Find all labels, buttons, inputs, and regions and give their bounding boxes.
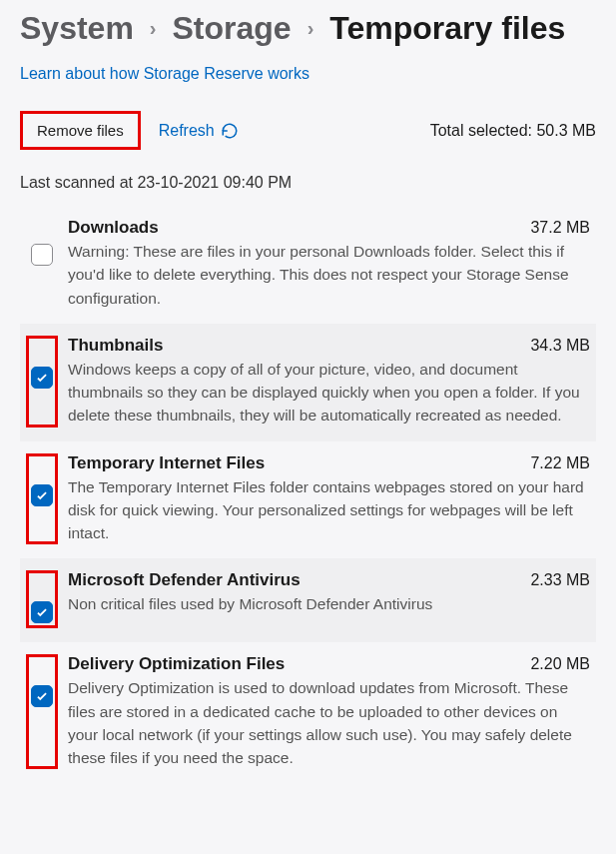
item-size: 37.2 MB: [530, 219, 590, 237]
check-icon: [35, 371, 49, 385]
check-icon: [35, 488, 49, 502]
list-item: Downloads 37.2 MB Warning: These are fil…: [20, 206, 596, 324]
refresh-icon: [221, 122, 239, 140]
remove-files-button[interactable]: Remove files: [20, 111, 141, 150]
total-selected-label: Total selected: 50.3 MB: [430, 122, 596, 140]
chevron-right-icon: ›: [308, 17, 314, 40]
breadcrumb-system[interactable]: System: [20, 10, 134, 47]
breadcrumb-storage[interactable]: Storage: [173, 10, 292, 47]
item-title: Delivery Optimization Files: [68, 654, 285, 674]
item-title: Thumbnails: [68, 336, 163, 356]
list-item: Microsoft Defender Antivirus 2.33 MB Non…: [20, 558, 596, 642]
item-size: 7.22 MB: [530, 454, 590, 472]
check-icon: [35, 605, 49, 619]
item-size: 34.3 MB: [530, 337, 590, 355]
last-scanned-label: Last scanned at 23-10-2021 09:40 PM: [20, 174, 596, 192]
item-desc: The Temporary Internet Files folder cont…: [68, 475, 590, 545]
item-desc: Non critical files used by Microsoft Def…: [68, 592, 590, 615]
check-icon: [35, 689, 49, 703]
breadcrumb: System › Storage › Temporary files: [20, 10, 596, 47]
item-title: Temporary Internet Files: [68, 453, 265, 473]
item-desc: Delivery Optimization is used to downloa…: [68, 676, 590, 769]
checkbox-downloads[interactable]: [31, 244, 53, 266]
item-size: 2.33 MB: [530, 571, 590, 589]
list-item: Thumbnails 34.3 MB Windows keeps a copy …: [20, 324, 596, 441]
list-item: Temporary Internet Files 7.22 MB The Tem…: [20, 441, 596, 559]
item-desc: Windows keeps a copy of all of your pict…: [68, 358, 590, 427]
checkbox-delivery-opt[interactable]: [31, 685, 53, 707]
checkbox-temp-internet[interactable]: [31, 484, 53, 506]
temp-files-list: Downloads 37.2 MB Warning: These are fil…: [20, 206, 596, 783]
item-desc: Warning: These are files in your persona…: [68, 240, 590, 310]
chevron-right-icon: ›: [150, 17, 157, 40]
checkbox-thumbnails[interactable]: [31, 367, 53, 389]
item-size: 2.20 MB: [530, 655, 590, 673]
breadcrumb-current: Temporary files: [329, 10, 565, 47]
refresh-button[interactable]: Refresh: [159, 122, 239, 140]
refresh-label: Refresh: [159, 122, 215, 140]
item-title: Microsoft Defender Antivirus: [68, 570, 301, 590]
list-item: Delivery Optimization Files 2.20 MB Deli…: [20, 642, 596, 783]
storage-reserve-link[interactable]: Learn about how Storage Reserve works: [20, 65, 596, 83]
checkbox-defender[interactable]: [31, 601, 53, 623]
item-title: Downloads: [68, 218, 159, 238]
